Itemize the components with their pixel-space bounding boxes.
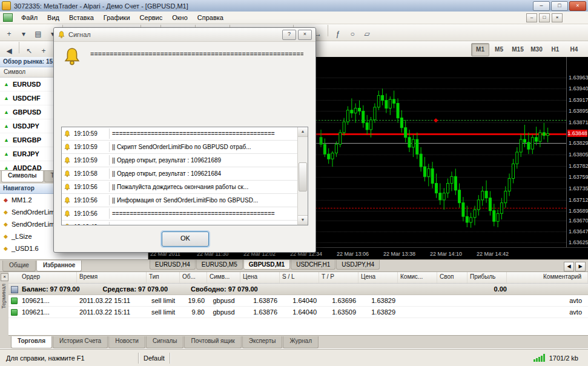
terminal-tab-1[interactable]: История Счета: [53, 336, 108, 348]
templates-button[interactable]: ▱: [360, 27, 374, 40]
navigator-tab-1[interactable]: Избранное: [36, 261, 82, 271]
terminal-panel: ОрдерВремяТипОб...Симв...ЦенаS / LT / PЦ…: [8, 271, 588, 348]
timeframe-m5-button[interactable]: M5: [490, 43, 508, 56]
menu-item-5[interactable]: Окно: [167, 12, 193, 23]
terminal-column-header[interactable]: Ордер: [19, 272, 77, 283]
mdi-minimize-button[interactable]: –: [526, 13, 537, 22]
terminal-column-header[interactable]: Об...: [180, 272, 207, 283]
signal-log-row[interactable]: 19:10:49================================…: [62, 221, 308, 225]
close-button[interactable]: ×: [569, 1, 586, 11]
navigator-tabs: ОбщиеИзбранное: [0, 259, 148, 271]
signal-log-row[interactable]: 19:10:59|| Скрипт SendOrderLimitFibo по …: [62, 141, 308, 154]
connection-traffic: 1701/2 kb: [549, 354, 578, 362]
dialog-close-button[interactable]: ×: [298, 30, 312, 40]
signal-log-row[interactable]: 19:10:56================================…: [62, 207, 308, 221]
terminal-column-header[interactable]: T / P: [319, 272, 358, 283]
terminal-column-header[interactable]: Симв...: [207, 272, 240, 283]
terminal-close-button[interactable]: ×: [1, 273, 8, 281]
terminal-tab-4[interactable]: Почтовый ящик: [184, 336, 241, 348]
terminal-column-header[interactable]: Комис...: [398, 272, 437, 283]
terminal-column-header[interactable]: Время: [77, 272, 147, 283]
signal-dialog[interactable]: Сигнал ? × =============================…: [53, 27, 316, 253]
profiles-button[interactable]: ▤: [31, 27, 45, 40]
minimize-button[interactable]: –: [533, 1, 550, 11]
navigator-tab-0[interactable]: Общие: [2, 261, 36, 271]
toolbars-collapse-button[interactable]: ◀: [2, 44, 16, 57]
signal-log-row[interactable]: 19:10:56|| Информация от SendOrderLimitF…: [62, 194, 308, 207]
order-marker-icon: ◆: [434, 118, 438, 123]
scroll-up-button[interactable]: ▲: [298, 127, 308, 137]
timeframe-h1-button[interactable]: H1: [546, 43, 564, 56]
log-time: 19:10:59: [73, 142, 110, 152]
ok-button[interactable]: OK: [162, 231, 209, 247]
menu-item-2[interactable]: Вставка: [64, 12, 99, 23]
timeframe-d1-button[interactable]: D1: [584, 43, 588, 56]
balance-row[interactable]: Баланс: 97 079.00Средства: 97 079.00Своб…: [8, 284, 588, 295]
crosshair-button[interactable]: +: [37, 44, 50, 57]
scrollbar[interactable]: ▲ ▼: [297, 127, 308, 225]
tab-scroll-left-button[interactable]: ◀: [564, 262, 574, 271]
chart-tab-gbpusd-m1[interactable]: GBPUSD,M1: [243, 260, 290, 270]
signal-log-row[interactable]: 19:10:56|| Пожалуйста дождитесь окончани…: [62, 181, 308, 194]
terminal-tab-6[interactable]: Журнал: [283, 336, 319, 348]
order-row[interactable]: 109621...2011.03.22 15:11sell limit9.80g…: [8, 307, 588, 318]
balance-text: Баланс: 97 079.00: [22, 285, 80, 293]
terminal-tab-0[interactable]: Торговля: [11, 336, 52, 348]
new-chart-dropdown-button[interactable]: ▾: [17, 27, 30, 40]
price-scale[interactable]: 1.639631.639401.639171.638951.638711.638…: [566, 57, 588, 247]
order-cell: avto: [507, 308, 588, 316]
scroll-down-button[interactable]: ▼: [298, 215, 308, 225]
menu-bar: ФайлВидВставкаГрафикиСервисОкноСправка –…: [0, 12, 588, 24]
chart-tab-usdjpy-h4[interactable]: USDJPY,H4: [336, 260, 380, 270]
balance-icon: [11, 286, 18, 293]
new-chart-button[interactable]: +: [2, 27, 16, 40]
terminal-column-header[interactable]: Комментарий: [507, 272, 588, 283]
terminal-column-header[interactable]: Тип: [147, 272, 180, 283]
terminal-column-header[interactable]: Цена: [240, 272, 280, 283]
timeframe-m15-button[interactable]: M15: [509, 43, 527, 56]
menu-item-1[interactable]: Вид: [42, 12, 64, 23]
terminal-column-header[interactable]: S / L: [280, 272, 319, 283]
cursor-button[interactable]: ↖: [22, 44, 36, 57]
timeframe-m30-button[interactable]: M30: [527, 43, 546, 56]
timeframe-h4-button[interactable]: H4: [565, 43, 583, 56]
dialog-title-bar[interactable]: Сигнал ? ×: [54, 28, 315, 42]
terminal-tab-2[interactable]: Новости: [108, 336, 145, 348]
terminal-column-header[interactable]: Своп: [437, 272, 467, 283]
menu-item-0[interactable]: Файл: [16, 12, 42, 23]
market-watch-tab-0[interactable]: Символы: [1, 171, 44, 182]
terminal-tab-5[interactable]: Эксперты: [242, 336, 283, 348]
terminal-column-header[interactable]: Прибыль: [467, 272, 507, 283]
signal-log-row[interactable]: 19:10:59|| Ордер открыт, результат : 109…: [62, 154, 308, 167]
terminal-column-header[interactable]: Цена: [358, 272, 398, 283]
signal-log-row[interactable]: 19:10:59================================…: [62, 127, 308, 141]
connection-status[interactable]: 1701/2 kb: [533, 354, 588, 362]
menu-item-6[interactable]: Справка: [193, 12, 228, 23]
mdi-restore-button[interactable]: □: [539, 13, 550, 22]
dialog-help-button[interactable]: ?: [282, 30, 296, 40]
menu-items: ФайлВидВставкаГрафикиСервисОкноСправка: [16, 14, 228, 21]
chart-window-icon[interactable]: [3, 13, 13, 22]
status-profile[interactable]: Default: [144, 354, 165, 362]
tab-scroll-right-button[interactable]: ▶: [575, 262, 586, 271]
timeframe-m1-button[interactable]: M1: [471, 43, 489, 56]
terminal-tab-3[interactable]: Сигналы: [146, 336, 184, 348]
chart-tab-eurusd-m5[interactable]: EURUSD,M5: [196, 260, 243, 270]
scroll-thumb[interactable]: [299, 162, 307, 191]
title-bar[interactable]: 3072335: MetaTrader - Alpari - Демо Счет…: [0, 0, 588, 12]
indicators-button[interactable]: ƒ: [331, 27, 345, 40]
app-icon: [2, 1, 11, 10]
signal-log-row[interactable]: 19:10:58|| Ордер открыт, результат : 109…: [62, 167, 308, 181]
order-row[interactable]: 109621...2011.03.22 15:11sell limit19.60…: [8, 295, 588, 307]
signal-log-list[interactable]: 19:10:59================================…: [61, 127, 308, 225]
candlestick-series: [318, 57, 551, 247]
chart-tab-usdchf-h1[interactable]: USDCHF,H1: [291, 260, 335, 270]
mdi-close-button[interactable]: ×: [552, 13, 563, 22]
menu-item-4[interactable]: Сервис: [135, 12, 168, 23]
status-separator: [170, 353, 170, 364]
maximize-button[interactable]: □: [551, 1, 568, 11]
chart-tab-eurusd-h4[interactable]: EURUSD,H4: [150, 260, 196, 270]
menu-item-3[interactable]: Графики: [99, 12, 135, 23]
periods-button[interactable]: ○: [346, 27, 359, 40]
price-scale-label: 1.63917: [569, 97, 588, 103]
